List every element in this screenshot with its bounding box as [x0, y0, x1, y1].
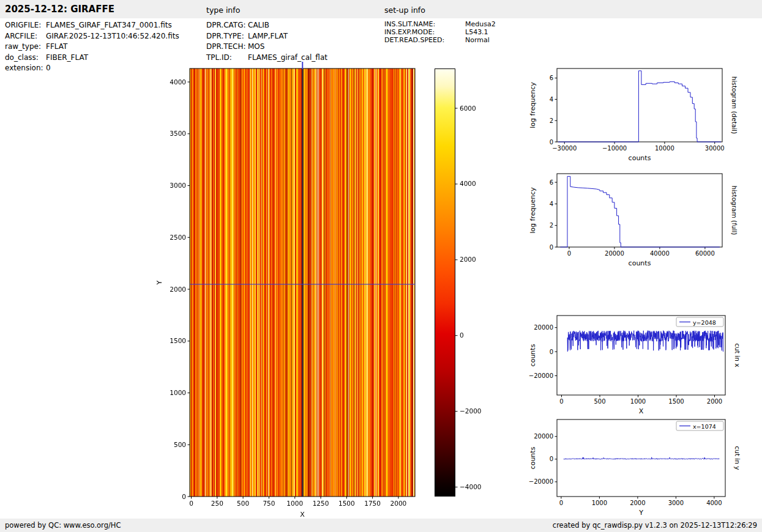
svg-text:cut in x: cut in x — [734, 343, 741, 367]
file-info-row: ORIGFILE:FLAMES_GIRAF_FLAT347_0001.fits — [5, 20, 179, 31]
svg-text:2: 2 — [550, 222, 553, 229]
det-read-speed-label: DET.READ.SPEED: — [384, 36, 465, 44]
svg-text:0: 0 — [460, 331, 464, 339]
svg-text:500: 500 — [174, 441, 186, 448]
svg-text:X: X — [300, 511, 305, 519]
svg-text:2500: 2500 — [170, 234, 186, 241]
histogram-full-svg: 02000040000600000246countslog frequencyh… — [526, 169, 741, 273]
svg-text:−30000: −30000 — [552, 145, 577, 152]
svg-text:cut in y: cut in y — [734, 446, 741, 470]
ins-exp-mode-value: L543.1 — [465, 28, 488, 36]
svg-text:4: 4 — [550, 96, 553, 103]
svg-text:1250: 1250 — [313, 500, 329, 507]
qc-report-page: 2025-12-12: GIRAFFE type info set-up inf… — [0, 0, 762, 532]
svg-text:3000: 3000 — [668, 500, 684, 506]
svg-text:3000: 3000 — [170, 182, 186, 189]
svg-text:1000: 1000 — [286, 500, 303, 507]
svg-text:counts: counts — [629, 259, 651, 267]
cut-in-x-svg: 0500100015002000200000−20000Xcountscut i… — [526, 311, 742, 423]
setup-info-row: INS.EXP.MODE:L543.1 — [384, 28, 496, 36]
cut-in-y-svg: 01000200030004000200000−20000Ycountscut … — [526, 415, 742, 522]
dpr-tech-value: MOS — [248, 42, 264, 53]
svg-text:20000: 20000 — [605, 250, 624, 257]
svg-text:Y: Y — [638, 509, 643, 517]
footer-created-by: created by qc_rawdisp.py v1.2.3 on 2025-… — [553, 521, 757, 530]
svg-text:1500: 1500 — [170, 337, 186, 344]
svg-text:−20000: −20000 — [529, 478, 553, 485]
type-info-heading: type info — [206, 6, 240, 15]
svg-text:1750: 1750 — [364, 500, 381, 507]
svg-text:2000: 2000 — [707, 398, 722, 405]
svg-text:60000: 60000 — [695, 250, 715, 257]
extension-label: extension: — [5, 63, 46, 74]
svg-text:−4000: −4000 — [460, 483, 482, 490]
svg-text:x=1074: x=1074 — [693, 423, 716, 430]
header-bar: 2025-12-12: GIRAFFE type info set-up inf… — [0, 0, 762, 18]
svg-text:Y: Y — [155, 280, 163, 285]
svg-text:0: 0 — [567, 250, 571, 257]
ins-slit-name-label: INS.SLIT.NAME: — [384, 20, 465, 28]
svg-text:30000: 30000 — [705, 145, 725, 152]
dpr-type-value: LAMP,FLAT — [248, 31, 288, 42]
svg-text:500: 500 — [594, 398, 605, 405]
ins-exp-mode-label: INS.EXP.MODE: — [384, 28, 465, 36]
svg-text:6: 6 — [550, 179, 553, 186]
origfile-value: FLAMES_GIRAF_FLAT347_0001.fits — [46, 20, 172, 31]
extension-value: 0 — [46, 63, 51, 74]
svg-text:4000: 4000 — [460, 180, 476, 187]
footer-bar: powered by QC: www.eso.org/HC created by… — [0, 519, 762, 532]
svg-text:X: X — [639, 407, 644, 415]
cut-in-y-plot: 01000200030004000200000−20000Ycountscut … — [526, 415, 742, 525]
svg-text:2000: 2000 — [390, 500, 407, 507]
svg-text:4: 4 — [550, 201, 553, 207]
svg-text:histogram (detail): histogram (detail) — [731, 76, 738, 134]
raw-type-value: FFLAT — [46, 42, 67, 53]
svg-text:counts: counts — [629, 154, 651, 162]
setup-info-row: DET.READ.SPEED:Normal — [384, 36, 496, 44]
svg-text:500: 500 — [237, 500, 249, 507]
svg-text:2000: 2000 — [630, 500, 645, 506]
dpr-catg-label: DPR.CATG: — [206, 20, 248, 31]
svg-text:1000: 1000 — [170, 389, 186, 396]
svg-text:4000: 4000 — [170, 78, 186, 86]
dpr-type-label: DPR.TYPE: — [206, 31, 248, 42]
type-info-row: DPR.TYPE:LAMP,FLAT — [206, 31, 327, 42]
histogram-detail-svg: −30000−1000010000300000246countslog freq… — [526, 64, 741, 168]
svg-text:0: 0 — [550, 139, 553, 146]
colorbar — [435, 68, 455, 497]
svg-text:3500: 3500 — [170, 130, 186, 137]
svg-text:y=2048: y=2048 — [693, 319, 716, 326]
svg-text:40000: 40000 — [650, 250, 670, 257]
origfile-label: ORIGFILE: — [5, 20, 46, 31]
svg-text:log frequency: log frequency — [529, 82, 537, 128]
svg-text:−20000: −20000 — [529, 372, 553, 379]
svg-text:−2000: −2000 — [460, 407, 482, 415]
file-info-row: ARCFILE:GIRAF.2025-12-13T10:46:52.420.fi… — [5, 31, 179, 42]
svg-text:250: 250 — [211, 500, 223, 507]
page-title: 2025-12-12: GIRAFFE — [5, 4, 114, 15]
det-read-speed-value: Normal — [465, 36, 490, 44]
setup-info-block: INS.SLIT.NAME:Medusa2 INS.EXP.MODE:L543.… — [384, 20, 496, 44]
svg-text:1500: 1500 — [338, 500, 355, 507]
dpr-catg-value: CALIB — [248, 20, 269, 31]
histogram-detail-plot: −30000−1000010000300000246countslog freq… — [526, 64, 741, 171]
svg-text:1500: 1500 — [668, 398, 684, 405]
type-info-row: DPR.TECH:MOS — [206, 42, 327, 53]
svg-text:0: 0 — [550, 244, 553, 251]
cut-in-x-plot: 0500100015002000200000−20000Xcountscut i… — [526, 311, 742, 425]
do-class-value: FIBER_FLAT — [46, 53, 88, 64]
footer-powered-by: powered by QC: www.eso.org/HC — [5, 521, 121, 530]
svg-text:2000: 2000 — [460, 256, 476, 263]
arcfile-label: ARCFILE: — [5, 31, 46, 42]
svg-text:0: 0 — [550, 349, 553, 355]
file-info-row: raw_type:FFLAT — [5, 42, 179, 53]
svg-text:2: 2 — [550, 117, 553, 124]
svg-text:10000: 10000 — [655, 145, 674, 152]
svg-text:6000: 6000 — [460, 105, 476, 112]
setup-info-row: INS.SLIT.NAME:Medusa2 — [384, 20, 496, 28]
ins-slit-name-value: Medusa2 — [465, 20, 496, 28]
svg-text:0: 0 — [559, 500, 563, 506]
histogram-full-plot: 02000040000600000246countslog frequencyh… — [526, 169, 741, 276]
svg-text:histogram (full): histogram (full) — [731, 186, 738, 235]
svg-text:0: 0 — [182, 493, 186, 500]
